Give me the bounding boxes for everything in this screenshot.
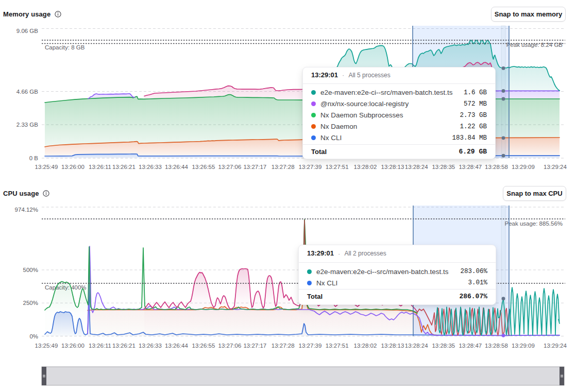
svg-text:13:26:55: 13:26:55 (192, 164, 215, 170)
svg-text:13:28:13: 13:28:13 (381, 164, 404, 170)
svg-text:13:26:00: 13:26:00 (61, 343, 84, 349)
svg-text:13:26:44: 13:26:44 (165, 164, 188, 170)
svg-text:13:27:06: 13:27:06 (218, 164, 242, 170)
svg-text:9.06 GB: 9.06 GB (16, 28, 39, 34)
svg-text:13:28:13: 13:28:13 (381, 343, 404, 349)
svg-text:13:28:35: 13:28:35 (432, 164, 455, 170)
svg-text:13:26:21: 13:26:21 (112, 343, 135, 349)
svg-text:Peak usage: 885.56%: Peak usage: 885.56% (504, 220, 563, 227)
svg-text:13:28:58: 13:28:58 (485, 343, 508, 349)
svg-text:13:25:49: 13:25:49 (35, 164, 58, 170)
svg-text:13:28:02: 13:28:02 (354, 343, 377, 349)
svg-text:13:26:11: 13:26:11 (89, 164, 111, 170)
svg-text:13:27:17: 13:27:17 (243, 343, 266, 349)
svg-text:13:27:28: 13:27:28 (272, 343, 295, 349)
svg-text:13:28:24: 13:28:24 (405, 164, 428, 170)
svg-text:13:27:39: 13:27:39 (299, 343, 322, 349)
svg-text:13:28:35: 13:28:35 (432, 343, 455, 349)
svg-text:13:28:47: 13:28:47 (459, 343, 482, 349)
svg-text:13:29:24: 13:29:24 (544, 164, 567, 170)
svg-text:13:27:51: 13:27:51 (326, 343, 349, 349)
svg-text:13:29:09: 13:29:09 (512, 343, 535, 349)
svg-text:13:27:39: 13:27:39 (299, 164, 322, 170)
svg-text:974.12%: 974.12% (15, 207, 38, 213)
svg-text:13:29:24: 13:29:24 (544, 343, 567, 349)
svg-text:13:26:00: 13:26:00 (61, 164, 84, 170)
svg-text:13:26:33: 13:26:33 (139, 164, 162, 170)
svg-text:13:26:55: 13:26:55 (192, 343, 215, 349)
svg-text:13:28:24: 13:28:24 (405, 343, 428, 349)
svg-text:0 B: 0 B (29, 155, 39, 161)
svg-text:13:28:47: 13:28:47 (459, 164, 482, 170)
svg-text:13:26:21: 13:26:21 (112, 164, 135, 170)
svg-text:0%: 0% (29, 333, 38, 339)
svg-text:13:25:49: 13:25:49 (35, 343, 58, 349)
svg-text:13:26:44: 13:26:44 (165, 343, 188, 349)
svg-text:Peak usage: 8.24 GB: Peak usage: 8.24 GB (506, 42, 563, 48)
svg-text:13:28:58: 13:28:58 (485, 164, 508, 170)
svg-text:13:27:17: 13:27:17 (243, 164, 266, 170)
svg-text:13:28:02: 13:28:02 (354, 164, 377, 170)
svg-text:250%: 250% (23, 300, 38, 306)
svg-text:4.66 GB: 4.66 GB (16, 89, 39, 95)
svg-text:2.33 GB: 2.33 GB (16, 122, 39, 128)
svg-text:13:27:28: 13:27:28 (272, 164, 295, 170)
svg-text:13:26:33: 13:26:33 (139, 343, 162, 349)
svg-text:Capacity: 8 GB: Capacity: 8 GB (45, 44, 85, 50)
svg-text:13:27:51: 13:27:51 (326, 164, 349, 170)
svg-text:13:27:06: 13:27:06 (218, 343, 242, 349)
svg-text:13:29:09: 13:29:09 (512, 164, 535, 170)
svg-text:500%: 500% (23, 267, 38, 273)
svg-text:13:26:11: 13:26:11 (89, 343, 111, 349)
